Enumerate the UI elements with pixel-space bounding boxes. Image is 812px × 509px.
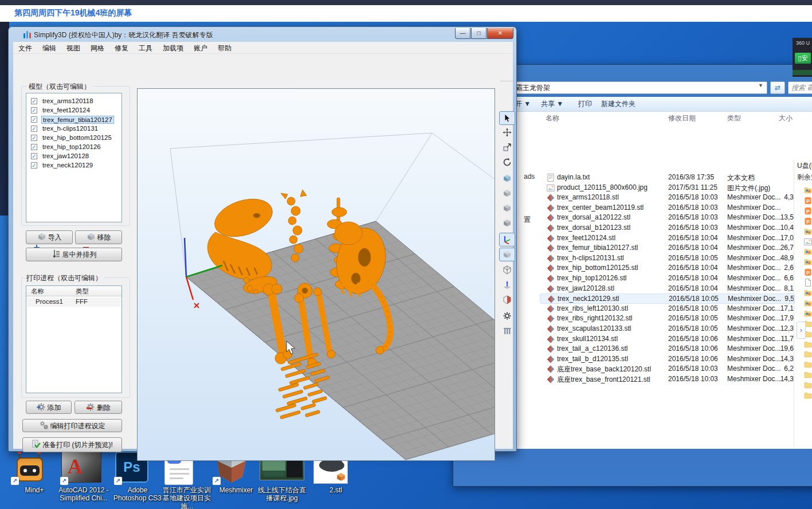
menu-item-8[interactable]: 帮助 bbox=[213, 42, 237, 53]
model-checkbox[interactable]: ✓ bbox=[31, 144, 37, 150]
file-row[interactable]: trex_tail_a_c120136.stl2016/5/18 10:06Me… bbox=[540, 344, 795, 354]
edit-process-button[interactable]: 编辑打印进程设定 bbox=[22, 419, 122, 432]
model-checkbox[interactable]: ✓ bbox=[31, 116, 37, 123]
file-row[interactable]: trex_skull120134.stl2016/5/18 10:06Meshm… bbox=[540, 334, 795, 344]
column-header-type[interactable]: 类型 bbox=[727, 113, 741, 123]
image-file-icon[interactable] bbox=[804, 238, 812, 246]
column-header-name[interactable]: 名称 bbox=[546, 113, 559, 123]
file-row[interactable]: trex_center_beam120119.stl2016/5/18 10:0… bbox=[540, 203, 795, 213]
file-row[interactable]: trex_neck120129.stl2016/5/18 10:05Meshmi… bbox=[540, 293, 795, 304]
model-checkbox[interactable]: ✓ bbox=[31, 107, 37, 113]
menu-item-1[interactable]: 编辑 bbox=[37, 42, 61, 53]
folder-icon[interactable] bbox=[804, 340, 812, 349]
menu-item-4[interactable]: 修复 bbox=[109, 42, 134, 53]
file-row[interactable]: trex_tail_b_d120135.stl2016/5/18 10:06Me… bbox=[540, 354, 795, 365]
folder-media-icon[interactable] bbox=[804, 248, 812, 256]
model-list-item[interactable]: ✓trex_h-clips120131 bbox=[29, 124, 120, 134]
file-row[interactable]: 底座trex_base_front120121.stl2016/5/18 10:… bbox=[540, 374, 795, 385]
wireframe-cube-button[interactable] bbox=[499, 264, 515, 277]
folder-media-icon[interactable] bbox=[804, 299, 812, 307]
file-row[interactable]: trex_femur_tibia120127.stl2016/5/18 10:0… bbox=[540, 243, 795, 253]
maximize-button[interactable]: □ bbox=[471, 28, 487, 39]
address-dropdown-icon[interactable]: ▼ bbox=[758, 83, 763, 88]
file-row[interactable]: trex_jaw120128.stl2016/5/18 10:04Meshmix… bbox=[540, 284, 795, 294]
share-menu[interactable]: 共享 ▼ bbox=[541, 99, 563, 109]
folder-icon[interactable] bbox=[804, 391, 812, 400]
cube-view-gray1-button[interactable] bbox=[499, 187, 515, 201]
folder-icon[interactable] bbox=[804, 371, 812, 379]
file-row[interactable]: product_120115_800x600.jpg2017/5/31 11:2… bbox=[540, 183, 795, 193]
menu-item-5[interactable]: 工具 bbox=[134, 42, 158, 53]
center-arrange-button[interactable]: 居中并排列 bbox=[26, 248, 122, 261]
scale-tool-button[interactable] bbox=[499, 141, 515, 155]
file-row[interactable]: trex_ribs_left120130.stl2016/5/18 10:05M… bbox=[540, 304, 795, 314]
model-list-item[interactable]: ✓trex_jaw120128 bbox=[29, 152, 120, 161]
surface-normal-button[interactable] bbox=[499, 279, 515, 292]
expand-pane-button[interactable]: › bbox=[797, 322, 806, 339]
file-row[interactable]: trex_feet120124.stl2016/5/18 10:04Meshmi… bbox=[540, 233, 795, 244]
folder-icon[interactable] bbox=[804, 350, 812, 358]
model-list-item[interactable]: ✓trex_femur_tibia120127 bbox=[29, 115, 120, 124]
menu-item-6[interactable]: 加载项 bbox=[158, 42, 189, 53]
support-structures-button[interactable] bbox=[499, 324, 515, 338]
menu-item-3[interactable]: 网格 bbox=[85, 42, 109, 53]
blank-file-icon[interactable] bbox=[804, 279, 812, 287]
menu-item-2[interactable]: 视图 bbox=[61, 42, 85, 53]
nav-item-fragment[interactable]: 置 bbox=[524, 215, 531, 225]
usb-eject-button[interactable]: ▯安 bbox=[795, 53, 811, 64]
ppt-file-icon[interactable]: P bbox=[804, 207, 812, 215]
ppt-file-icon[interactable]: P bbox=[804, 197, 812, 205]
file-row[interactable]: 底座trex_base_back120120.stl2016/5/18 10:0… bbox=[540, 364, 795, 374]
file-row[interactable]: trex_ribs_right120132.stl2016/5/18 10:05… bbox=[540, 314, 795, 324]
model-checkbox[interactable]: ✓ bbox=[31, 135, 37, 141]
desktop-icon-mindplus[interactable]: ↗Mind+ bbox=[8, 452, 61, 494]
cross-section-button[interactable] bbox=[499, 293, 515, 307]
column-header-size[interactable]: 大小 bbox=[779, 113, 793, 123]
ppt-file-icon[interactable]: P bbox=[804, 217, 812, 225]
solid-cube-button[interactable] bbox=[499, 248, 515, 261]
cube-view-gray3-button[interactable] bbox=[499, 217, 515, 230]
cube-view-gray2-button[interactable] bbox=[499, 202, 515, 216]
model-list-item[interactable]: ✓trex_feet120124 bbox=[29, 106, 120, 115]
import-button[interactable]: 导入 bbox=[26, 230, 73, 244]
model-checkbox[interactable]: ✓ bbox=[31, 153, 37, 159]
file-row[interactable]: trex_dorsal_a120122.stl2016/5/18 10:03Me… bbox=[540, 213, 795, 223]
cube-view-blue-button[interactable] bbox=[499, 172, 515, 186]
menu-item-7[interactable]: 账户 bbox=[189, 42, 213, 53]
column-header-date[interactable]: 修改日期 bbox=[668, 113, 696, 123]
model-list-item[interactable]: ✓trex_neck120129 bbox=[29, 161, 120, 170]
nav-item-fragment[interactable]: ads bbox=[524, 173, 535, 181]
folder-icon[interactable] bbox=[804, 381, 812, 389]
folder-media-icon[interactable] bbox=[804, 228, 812, 236]
rotate-tool-button[interactable] bbox=[499, 156, 515, 170]
axes-button[interactable] bbox=[499, 233, 515, 246]
folder-icon[interactable] bbox=[804, 361, 812, 369]
file-row[interactable]: trex_hip_top120126.stl2016/5/18 10:04Mes… bbox=[540, 273, 795, 284]
move-tool-button[interactable] bbox=[499, 126, 515, 140]
add-process-button[interactable]: 添加 bbox=[26, 401, 72, 414]
process-row[interactable]: Process1FFF bbox=[27, 297, 121, 307]
file-row[interactable]: trex_scapulas120133.stl2016/5/18 10:05Me… bbox=[540, 324, 795, 334]
menu-item-0[interactable]: 文件 bbox=[13, 42, 37, 53]
close-button[interactable]: ✕ bbox=[487, 28, 513, 39]
file-row[interactable]: trex_arms120118.stl2016/5/18 10:03Meshmi… bbox=[540, 193, 795, 203]
search-input[interactable]: 搜索 霸王龙骨架 bbox=[788, 81, 812, 94]
model-list-item[interactable]: ✓trex_hip_top120126 bbox=[29, 143, 120, 152]
model-checkbox[interactable]: ✓ bbox=[31, 126, 37, 132]
minimize-button[interactable]: — bbox=[455, 28, 470, 39]
file-row[interactable]: trex_dorsal_b120123.stl2016/5/18 10:03Me… bbox=[540, 223, 795, 233]
folder-media-icon[interactable] bbox=[804, 310, 812, 318]
model-checkbox[interactable]: ✓ bbox=[31, 98, 37, 104]
model-list-item[interactable]: ✓trex_arms120118 bbox=[29, 97, 120, 106]
ppt-file-icon[interactable]: P bbox=[804, 268, 812, 276]
file-row[interactable]: trex_h-clips120131.stl2016/5/18 10:05Mes… bbox=[540, 253, 795, 264]
folder-media-icon[interactable] bbox=[804, 289, 812, 297]
file-row[interactable]: trex_hip_bottom120125.stl2016/5/18 10:04… bbox=[540, 263, 795, 273]
folder-media-icon[interactable] bbox=[804, 258, 812, 266]
refresh-button[interactable]: ⇄ bbox=[770, 81, 785, 94]
delete-process-button[interactable]: 删除 bbox=[74, 401, 122, 414]
machine-gear-button[interactable] bbox=[499, 310, 515, 323]
prepare-print-button[interactable]: 准备打印 (切片并预览)! bbox=[22, 437, 122, 452]
desktop-icon-autocad[interactable]: A↗AutoCAD 2012 - Simplified Chi... bbox=[57, 452, 110, 502]
model-list-item[interactable]: ✓trex_hip_bottom120125 bbox=[29, 134, 120, 143]
